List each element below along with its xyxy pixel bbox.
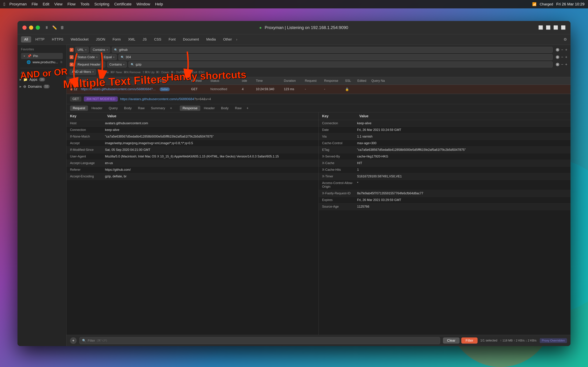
tab-more[interactable]: › bbox=[236, 37, 237, 42]
detail-tab-header[interactable]: Header bbox=[89, 106, 105, 111]
filter-clear-1[interactable]: ✕ bbox=[556, 48, 559, 51]
menubar-flow[interactable]: Flow bbox=[67, 2, 75, 7]
trash-button[interactable]: 🗑 bbox=[60, 25, 64, 30]
minimize-button[interactable] bbox=[29, 25, 33, 30]
filter-op-3-label: Contains bbox=[109, 63, 122, 67]
tab-document[interactable]: Document bbox=[180, 36, 202, 42]
filter-input-2[interactable]: 🔍 304 bbox=[119, 54, 553, 60]
tab-all[interactable]: All bbox=[21, 36, 31, 42]
col-time[interactable]: Time bbox=[254, 79, 282, 83]
filter-checkbox-1[interactable]: ✓ bbox=[70, 48, 73, 52]
col-qname[interactable]: Query Na bbox=[370, 79, 396, 83]
col-duration[interactable]: Duration bbox=[282, 79, 303, 83]
filter-field-1[interactable]: URL ▾ bbox=[75, 47, 89, 53]
tab-json[interactable]: JSON bbox=[93, 36, 108, 42]
detail-tab-resp-raw[interactable]: Raw bbox=[232, 106, 244, 111]
filter-add-3[interactable]: + bbox=[565, 62, 567, 67]
filter-clear-2[interactable]: ✕ bbox=[556, 55, 559, 59]
filter-remove-2[interactable]: − bbox=[561, 55, 563, 59]
tab-http[interactable]: HTTP bbox=[32, 36, 48, 42]
layout-icon-3[interactable]: ⬜ bbox=[553, 25, 558, 30]
req-val-connection: keep-alive bbox=[105, 128, 315, 132]
layout-icon-2[interactable]: ⬜ bbox=[546, 25, 551, 30]
menubar-file[interactable]: File bbox=[32, 2, 38, 7]
filter-op-2[interactable]: Equal ▾ bbox=[102, 54, 117, 60]
resp-val-x-timer: S1616729100.587491,VS0,VE1 bbox=[357, 175, 567, 178]
filter-op-3[interactable]: Contains ▾ bbox=[107, 61, 127, 67]
filter-checkbox-2[interactable]: ✓ bbox=[70, 55, 73, 59]
menubar-help[interactable]: Help bbox=[155, 2, 163, 7]
tab-css[interactable]: CSS bbox=[151, 36, 164, 42]
filter-op-1[interactable]: Contains ▾ bbox=[90, 47, 110, 53]
detail-tab-response[interactable]: Response bbox=[180, 106, 200, 111]
detail-tab-summary[interactable]: Summary bbox=[148, 106, 168, 111]
tab-websocket[interactable]: WebSocket bbox=[68, 36, 92, 42]
compose-button[interactable]: ✏️ bbox=[52, 25, 57, 30]
detail-tab-add[interactable]: + bbox=[170, 106, 172, 110]
detail-tab-body[interactable]: Body bbox=[121, 106, 134, 111]
filter-input-3[interactable]: 🔍 gzip bbox=[129, 61, 553, 67]
tab-js[interactable]: JS bbox=[139, 36, 150, 42]
filter-field-2[interactable]: Status Code ▾ bbox=[75, 54, 100, 60]
detail-tab-raw[interactable]: Raw bbox=[135, 106, 147, 111]
apple-menu[interactable]:  bbox=[3, 1, 5, 7]
copy-icon[interactable]: ⎘ bbox=[61, 61, 62, 64]
menubar-certificate[interactable]: Certificate bbox=[114, 2, 132, 7]
filter-input-1[interactable]: 🔍 github bbox=[112, 47, 553, 53]
detail-tab-resp-add[interactable]: + bbox=[246, 106, 249, 110]
tab-https[interactable]: HTTPS bbox=[49, 36, 67, 42]
close-button[interactable] bbox=[22, 25, 26, 30]
col-status[interactable]: Status bbox=[209, 79, 240, 83]
tab-form[interactable]: Form bbox=[109, 36, 124, 42]
stats-text: ↑ 118 MB ↑ 2 KB/s ↓ 2 KB/s Proxy Overrid… bbox=[500, 338, 567, 343]
filter-clear-3[interactable]: ✕ bbox=[556, 63, 559, 66]
filter-button[interactable]: Filter bbox=[461, 337, 477, 344]
col-code[interactable]: ode bbox=[240, 79, 254, 83]
response-panel-title: Key bbox=[322, 114, 329, 118]
col-id[interactable]: ID ▼ bbox=[69, 79, 79, 83]
col-method[interactable]: Method bbox=[189, 79, 209, 83]
tab-font[interactable]: Font bbox=[165, 36, 179, 42]
menubar-scripting[interactable]: Scripting bbox=[94, 2, 109, 7]
sidebar-pin[interactable]: ▼ 📌 Pin bbox=[21, 53, 63, 59]
pause-button[interactable]: ⏸ bbox=[45, 25, 49, 30]
filter-field-3[interactable]: Request Header ▾ bbox=[75, 61, 105, 67]
col-ssl[interactable]: SSL bbox=[343, 79, 356, 83]
col-client[interactable]: Client bbox=[158, 79, 189, 83]
filter-add-2[interactable]: + bbox=[565, 55, 567, 59]
sidebar-domains[interactable]: ▶ ⊖ Domains 32 bbox=[17, 83, 66, 90]
filter-remove-3[interactable]: − bbox=[561, 62, 563, 67]
sidebar-pin-sub[interactable]: 🌐 www.producthu... ⎘ bbox=[21, 59, 63, 65]
tab-xml[interactable]: XML bbox=[125, 36, 138, 42]
menubar-view[interactable]: View bbox=[54, 2, 62, 7]
menubar-window[interactable]: Window bbox=[137, 2, 150, 7]
menubar-proxyman[interactable]: Proxyman bbox=[9, 2, 27, 7]
search-bar[interactable]: 🔍 Filter (⌘⌥F) bbox=[79, 337, 440, 344]
menubar-edit[interactable]: Edit bbox=[43, 2, 49, 7]
maximize-button[interactable] bbox=[36, 25, 40, 30]
col-url[interactable]: URL bbox=[79, 79, 158, 83]
menubar-tools[interactable]: Tools bbox=[80, 2, 89, 7]
detail-tab-resp-header[interactable]: Header bbox=[201, 106, 217, 111]
sidebar-apps[interactable]: ▶ 📁 Apps 16 bbox=[17, 76, 66, 83]
add-button[interactable]: + bbox=[70, 337, 77, 344]
col-edited[interactable]: Edited bbox=[356, 79, 370, 83]
tab-other[interactable]: Other bbox=[220, 36, 235, 42]
filter-remove-1[interactable]: − bbox=[561, 48, 563, 52]
detail-tab-query[interactable]: Query bbox=[106, 106, 121, 111]
layout-icon-1[interactable]: ⬜ bbox=[538, 25, 543, 30]
req-key-referer: Referer bbox=[70, 168, 105, 172]
detail-tab-resp-body[interactable]: Body bbox=[218, 106, 231, 111]
tab-media[interactable]: Media bbox=[203, 36, 219, 42]
clear-button[interactable]: Clear bbox=[443, 337, 460, 344]
col-request[interactable]: Request bbox=[303, 79, 322, 83]
filter-add-1[interactable]: + bbox=[565, 48, 567, 52]
layout-icon-4[interactable]: ⬜ bbox=[561, 25, 566, 30]
table-header: ID ▼ URL Client Method Status ode Time D… bbox=[67, 77, 571, 85]
settings-icon[interactable]: ⚙ bbox=[563, 37, 567, 42]
filter-and-select[interactable]: AND all filters ▾ bbox=[70, 69, 96, 75]
col-response[interactable]: Response bbox=[322, 79, 343, 83]
detail-tab-request[interactable]: Request bbox=[70, 106, 88, 111]
table-row[interactable]: 12 https://avatars.githubusercontent.com… bbox=[67, 85, 571, 94]
filter-checkbox-3[interactable]: ✓ bbox=[70, 63, 73, 67]
